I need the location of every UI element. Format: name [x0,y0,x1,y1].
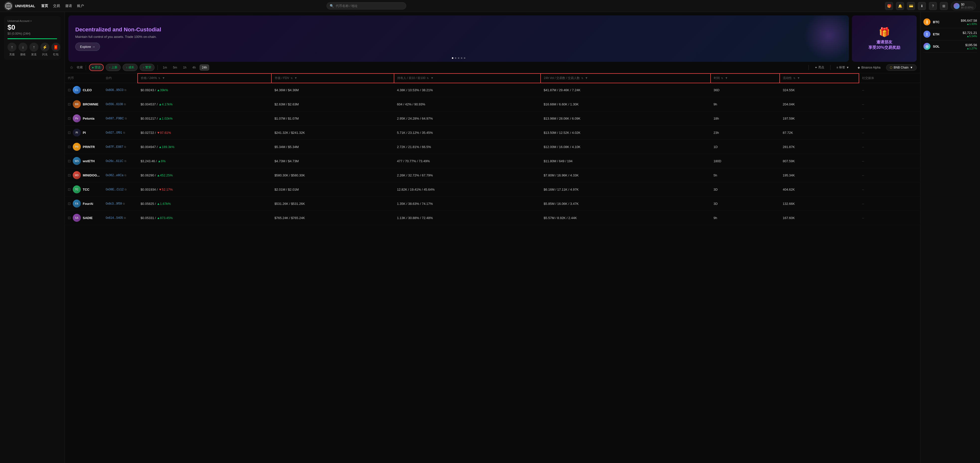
monitor-icon-2[interactable]: ⊡ [68,116,71,120]
copy-icon-2[interactable]: ⧉ [125,117,127,120]
copy-icon-5[interactable]: ⧉ [124,159,126,163]
th-price[interactable]: 价格 / 24h% ⇅ ▼ [138,73,271,83]
vol-cell-3: $13.50M / 12.52K / 4.02K [541,126,710,140]
account-label[interactable]: Universal Account > [8,19,57,22]
search-bar[interactable]: 🔍 [326,2,406,10]
table-row[interactable]: ⊡ TC TCC 0x08E...Cc12 ⧉ $0.001934 / ▼52.… [65,182,920,197]
holders-cell-0: 4.38K / 10.53% / 38.21% [394,83,541,97]
crypto-sol[interactable]: ◎ SOL $195.56 ▲1.27% [923,40,977,53]
table-row[interactable]: ⊡ BR BROWNIE 0x556...6108 ⧉ $0.004537 / … [65,97,920,111]
monitor-icon-1[interactable]: ⊡ [68,102,71,106]
contract-link-5[interactable]: 0x26c...611C [106,159,123,163]
time-chip-1h[interactable]: 1h [181,65,188,70]
gift-icon-btn[interactable]: 🎁 [885,2,893,10]
time-chip-4h[interactable]: 4h [191,65,198,70]
contract-link-0[interactable]: 0x808...95C0 [106,88,123,92]
copy-icon-3[interactable]: ⧉ [123,131,125,134]
nav-home[interactable]: 首页 [41,4,48,8]
copy-icon-7[interactable]: ⧉ [125,188,127,191]
contract-link-3[interactable]: 0x927...0f91 [106,131,122,134]
filter-chip-fanjian[interactable]: ↑ 繁荣 [140,64,154,71]
banner-dot-1[interactable] [452,57,453,59]
bell-icon-btn[interactable]: 🔔 [896,2,904,10]
th-contract[interactable]: 合约 [103,73,138,83]
search-icon: 🔍 [330,4,334,8]
table-row[interactable]: ⊡ SA SADIE 0x614...5405 ⧉ $0.05331 / ▲87… [65,211,920,225]
tag-btn[interactable]: ≡ 标签 ▼ [834,64,852,71]
table-row[interactable]: ⊡ WS wstETH 0x26c...611C ⧉ $3,243.46 / ▲… [65,154,920,168]
table-row[interactable]: ⊡ MD MINIDOG... 0x362...e8Ca ⧉ $0.06290 … [65,168,920,182]
help-icon-btn[interactable]: ? [929,2,937,10]
wallet-icon-btn[interactable]: 💳 [907,2,915,10]
monitor-icon-5[interactable]: ⊡ [68,159,71,163]
th-time[interactable]: 时间 ⇅ ▼ [711,73,780,83]
search-input[interactable] [336,4,403,8]
monitor-icon-8[interactable]: ⊡ [68,202,71,205]
copy-icon-4[interactable]: ⧉ [124,145,126,148]
copy-icon-6[interactable]: ⧉ [124,174,126,177]
table-row[interactable]: ⊡ Pe Petunia 0x697...F9BC ⧉ $0.001217 / … [65,111,920,126]
copy-icon-9[interactable]: ⧉ [124,216,126,220]
star-favorite-btn[interactable]: ☆ [68,64,75,71]
filter-chip-chengzhang[interactable]: ↑ 成长 [123,64,138,71]
table-row[interactable]: ⊡ PR PRINTR 0x87F...E887 ⧉ $0.004947 / ▲… [65,140,920,154]
contract-link-2[interactable]: 0x697...F9BC [106,117,124,120]
contract-link-9[interactable]: 0x614...5405 [106,216,123,220]
highlight-btn[interactable]: ✦ 亮点 [812,64,827,71]
receive-btn[interactable]: ↓ 接收 [18,43,27,56]
copy-icon-1[interactable]: ⧉ [124,103,126,106]
grid-icon-btn[interactable]: ⊞ [940,2,948,10]
contract-link-7[interactable]: 0x08E...Cc12 [106,188,124,191]
nav-invite[interactable]: 邀请 [65,4,72,8]
th-liquidity[interactable]: 流动性 ⇅ ▼ [780,73,859,83]
th-social[interactable]: 社交媒体 [859,73,920,83]
table-row[interactable]: ⊡ PI PI 0x927...0f91 ⧉ $0.02722 / ▼97.61… [65,126,920,140]
time-chip-5m[interactable]: 5m [171,65,179,70]
monitor-icon-6[interactable]: ⊡ [68,173,71,177]
monitor-icon-4[interactable]: ⊡ [68,145,71,149]
time-cell-1: 9h [711,97,780,111]
table-row[interactable]: ⊡ CL CLEO 0x808...95C0 ⧉ $0.09243 / ▲39k… [65,83,920,97]
th-holders[interactable]: 持有人 / 前10 / 前100 ⇅ ▼ [394,73,541,83]
copy-icon-0[interactable]: ⧉ [124,89,126,92]
monitor-icon-0[interactable]: ⊡ [68,88,71,92]
banner-dot-4[interactable] [461,57,462,59]
binance-alpha-btn[interactable]: ◆ Binance Alpha [854,65,884,70]
banner-dot-2[interactable] [455,57,457,59]
download-icon-btn[interactable]: ⬇ [918,2,926,10]
contract-link-6[interactable]: 0x362...e8Ca [106,173,123,177]
explore-button[interactable]: Explore → [75,43,100,51]
banner-dot-3[interactable] [458,57,459,59]
filter-chip-radar[interactable]: ● 雷达 [89,64,104,71]
contract-link-8[interactable]: 0x8c3...9f59 [106,202,122,205]
monitor-icon-7[interactable]: ⊡ [68,188,71,191]
hongbao-btn[interactable]: 🧧 红包 [51,43,60,56]
monitor-icon-3[interactable]: ⊡ [68,130,71,135]
th-marketcap[interactable]: 市值 / FDV ⇅ ▼ [271,73,394,83]
send-btn[interactable]: ↑ 发送 [29,43,38,56]
growth-icon: ↑ [126,66,127,69]
filter-chip-shangsheng[interactable]: ↑ 上新 [106,64,121,71]
crypto-btc[interactable]: ₿ BTC $96,647.58 ▲1.93% [923,16,977,28]
nav-account[interactable]: 账户 [77,4,84,8]
flash-btn[interactable]: ⚡ 闪兑 [40,43,49,56]
recharge-btn[interactable]: ↑ 充值 [8,43,16,56]
contract-link-4[interactable]: 0x87F...E887 [106,145,123,148]
user-button[interactable]: $0 $0 (0.00%) [951,2,976,10]
filter-right-buttons: ✦ 亮点 ≡ 标签 ▼ ◆ Binance Alpha ⬡ BNB Chain … [808,64,917,71]
time-chip-1m[interactable]: 1m [161,65,169,70]
monitor-icon-9[interactable]: ⊡ [68,216,71,220]
th-token[interactable]: 代币 [65,73,103,83]
nav-trade[interactable]: 交易 [53,4,60,8]
filter-icon-price: ▼ [162,76,165,80]
th-volume[interactable]: 24h Vol / 交易数 / 交易人数 ⇅ ▼ [541,73,710,83]
banner-dot-5[interactable] [464,57,465,59]
copy-icon-8[interactable]: ⧉ [123,202,125,205]
crypto-eth[interactable]: Ξ ETH $2,721.21 ▲5.54% [923,28,977,40]
table-row[interactable]: ⊡ FA FourAi 0x8c3...9f59 ⧉ $0.05825 / ▲1… [65,197,920,211]
filter-bar: ☆ 收藏 ● 雷达 ↑ 上新 ↑ 成长 ↑ 繁荣 1m 5m 1 [65,62,920,73]
logo[interactable]: ✦ UNIVERSAL [4,2,35,11]
contract-link-1[interactable]: 0x556...6108 [106,102,123,106]
time-chip-24h[interactable]: 24h [200,65,209,70]
bnb-chain-btn[interactable]: ⬡ BNB Chain ▼ [886,64,917,71]
